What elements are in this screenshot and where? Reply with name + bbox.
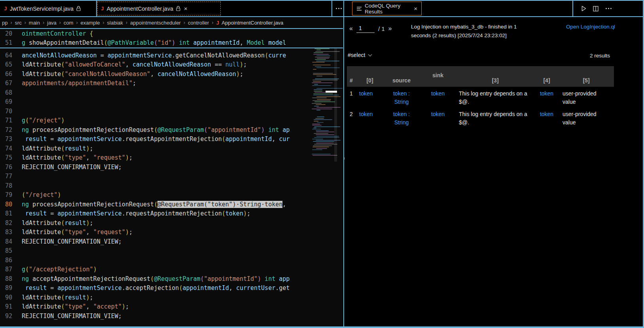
column-header-0[interactable]: [0] [357, 66, 383, 87]
code-text: result = appointmentService.acceptReject… [22, 284, 290, 292]
code-line[interactable]: 66ldAttribute("cancelNotAllowedReason", … [0, 69, 343, 79]
first-page-button[interactable]: « [349, 25, 353, 32]
code-line[interactable]: 65ldAttribute("allowedToCancel", cancelN… [0, 60, 343, 70]
code-line[interactable]: 74ldAttribute(result); [0, 144, 343, 153]
column-header-source[interactable]: source [383, 66, 420, 87]
code-line[interactable]: 87g("/acceptRejection") [0, 265, 343, 275]
code-text: ldAttribute(result); [22, 294, 93, 301]
code-line[interactable]: 81 result = appointmentService.requestAp… [0, 209, 343, 219]
column-header-5[interactable]: [5] [559, 66, 614, 87]
line-number: 80 [0, 201, 17, 208]
line-number: 91 [0, 303, 17, 310]
breadcrumb-item[interactable]: example [80, 20, 100, 26]
editor-group-separator[interactable] [343, 1, 344, 326]
code-line[interactable]: 72ng processAppointmentRejectionRequest(… [0, 125, 343, 135]
code-area[interactable]: 64ancelNotAllowedReason = appointmentSer… [0, 51, 343, 321]
tab-jwttokenserviceimpl[interactable]: J JwtTokenServiceImpl.java [0, 1, 96, 16]
code-line[interactable]: 70 [0, 107, 343, 116]
minimap-line [314, 89, 322, 90]
result-location-link[interactable]: token : String [383, 107, 420, 128]
code-line[interactable]: 76REJECTION_CONFIRMATION_VIEW; [0, 162, 343, 172]
code-line[interactable]: 92REJECTION_CONFIRMATION_VIEW; [0, 311, 343, 321]
minimap-line [313, 74, 336, 75]
code-line[interactable]: 86 [0, 256, 343, 265]
code-line[interactable]: 67appointments/appointmentDetail"; [0, 79, 343, 88]
column-header-sink[interactable]: sink [420, 66, 456, 87]
sticky-scroll[interactable]: 20ointmentController {51g showAppointmen… [0, 29, 343, 48]
split-editor-button[interactable] [590, 1, 601, 16]
code-line[interactable]: 20ointmentController { [0, 29, 343, 38]
close-tab-icon[interactable]: × [414, 6, 417, 11]
breadcrumb-separator: › [10, 20, 12, 25]
result-location-link[interactable]: token [420, 87, 456, 107]
minimap-line [317, 122, 324, 123]
panel-more-actions-button[interactable] [602, 1, 615, 16]
result-cell: This log entry depends on a $@. [456, 87, 535, 107]
code-text: ldAttribute("type", "request"); [22, 154, 133, 161]
tab-codeql-query-results[interactable]: CodeQL Query Results × [352, 2, 422, 15]
minimap-line [312, 103, 322, 104]
code-line[interactable]: 69 [0, 97, 343, 107]
result-location-link[interactable]: token [420, 107, 456, 128]
minimap-line [312, 154, 331, 154]
breadcrumb-item[interactable]: com [64, 20, 74, 26]
editor-scrollbar[interactable] [334, 32, 337, 162]
code-line[interactable]: 91ldAttribute("type", "accept"); [0, 302, 343, 312]
minimap[interactable] [312, 31, 343, 157]
breadcrumb-item[interactable]: pp [2, 20, 8, 26]
code-line[interactable]: 64ancelNotAllowedReason = appointmentSer… [0, 51, 343, 60]
line-number: 81 [0, 210, 17, 217]
code-line[interactable]: 78 [0, 181, 343, 191]
code-line[interactable]: 77 [0, 172, 343, 181]
line-number: 71 [0, 117, 17, 124]
run-query-button[interactable] [578, 1, 589, 16]
code-line[interactable]: 71g("/reject") [0, 116, 343, 126]
code-line[interactable]: 89 result = appointmentService.acceptRej… [0, 284, 343, 293]
column-header-3[interactable]: [3] [456, 66, 535, 87]
breadcrumb-item[interactable]: controller [188, 20, 209, 26]
result-location-link[interactable]: token [535, 107, 559, 128]
breadcrumb-item[interactable]: appointmentscheduler [130, 20, 181, 26]
column-header-[interactable]: # [347, 66, 357, 87]
code-line[interactable]: 84REJECTION_CONFIRMATION_VIEW; [0, 237, 343, 246]
column-header-4[interactable]: [4] [535, 66, 559, 87]
result-location-link[interactable]: token [357, 107, 383, 128]
breadcrumb-item[interactable]: main [29, 20, 40, 26]
minimap-line [315, 118, 324, 119]
minimap-line [313, 145, 332, 146]
close-tab-icon[interactable]: × [184, 6, 188, 11]
breadcrumb-item[interactable]: slabiak [107, 20, 123, 26]
code-line[interactable]: 79("/reject") [0, 191, 343, 200]
code-editor[interactable]: 20ointmentController {51g showAppointmen… [0, 29, 343, 326]
code-line[interactable]: 85 [0, 246, 343, 256]
breadcrumb-item[interactable]: java [47, 20, 57, 26]
code-line[interactable]: 68 [0, 88, 343, 97]
breadcrumb-separator: › [25, 20, 26, 25]
result-location-link[interactable]: token [357, 87, 383, 107]
breadcrumb-separator: › [59, 20, 61, 25]
result-location-link[interactable]: token [535, 87, 559, 107]
page-total-label: / 1 [378, 25, 385, 32]
breadcrumb-separator: › [212, 20, 213, 25]
breadcrumb-item[interactable]: src [15, 20, 21, 26]
code-line[interactable]: 90ldAttribute(result); [0, 293, 343, 302]
editor-group-more-actions-button[interactable] [332, 1, 345, 16]
open-query-file-link[interactable]: Open LogInjection.ql [565, 23, 616, 31]
breadcrumb-file[interactable]: JAppointmentController.java [216, 20, 283, 26]
code-line[interactable]: 83ldAttribute("type", "request"); [0, 228, 343, 237]
last-page-button[interactable]: » [388, 25, 392, 32]
minimap-line [312, 97, 327, 98]
result-location-link[interactable]: token : String [383, 87, 420, 107]
code-line[interactable]: 88ng acceptAppointmentRejectionRequest(@… [0, 274, 343, 284]
code-line[interactable]: 51g showAppointmentDetail(@PathVariable(… [0, 38, 343, 48]
code-line[interactable]: 73 result = appointmentService.requestAp… [0, 135, 343, 144]
code-line[interactable]: 75ldAttribute("type", "request"); [0, 153, 343, 163]
select-dropdown[interactable]: #select [348, 52, 371, 58]
page-number-input[interactable] [356, 24, 375, 33]
minimap-line [315, 66, 321, 67]
code-line[interactable]: 82ldAttribute(result); [0, 218, 343, 228]
tab-appointmentcontroller[interactable]: J AppointmentController.java × [97, 1, 222, 16]
code-line[interactable]: 80ng processAppointmentRejectionRequest(… [0, 200, 343, 209]
result-row: 2tokentoken : StringtokenThis log entry … [347, 107, 614, 128]
java-file-icon: J [101, 6, 104, 11]
